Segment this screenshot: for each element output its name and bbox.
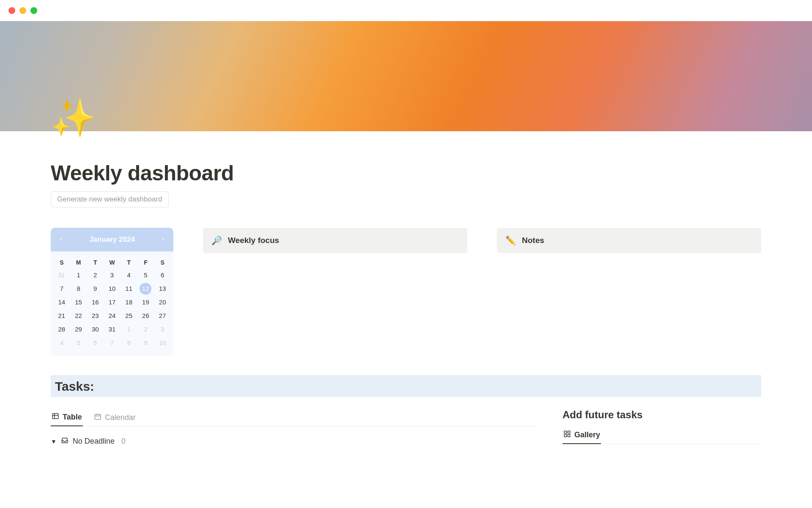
- calendar-day[interactable]: 20: [156, 296, 168, 308]
- tab-table[interactable]: Table: [51, 409, 83, 426]
- calendar-header: January 2024: [51, 228, 173, 251]
- calendar-day[interactable]: 4: [123, 269, 135, 281]
- svg-rect-9: [564, 435, 566, 437]
- calendar-month-label: January 2024: [89, 235, 135, 244]
- svg-rect-7: [564, 431, 566, 433]
- tab-gallery-label: Gallery: [574, 431, 600, 439]
- group-no-deadline[interactable]: ▼ No Deadline 0: [51, 426, 537, 446]
- svg-rect-8: [568, 431, 570, 433]
- calendar-day[interactable]: 31: [56, 269, 68, 281]
- calendar-day[interactable]: 8: [123, 337, 135, 349]
- calendar-day[interactable]: 30: [89, 323, 101, 335]
- calendar-day[interactable]: 5: [73, 337, 85, 349]
- future-tasks-panel: Add future tasks Gallery: [562, 409, 761, 446]
- calendar-day[interactable]: 11: [123, 283, 135, 295]
- calendar-day[interactable]: 4: [56, 337, 68, 349]
- calendar-day[interactable]: 16: [89, 296, 101, 308]
- calendar-day[interactable]: 31: [106, 323, 118, 335]
- tasks-view-tabs: Table Calendar: [51, 409, 537, 426]
- pencil-icon: ✏️: [505, 235, 516, 246]
- calendar-dow: T: [121, 256, 137, 268]
- gallery-icon: [563, 430, 571, 440]
- calendar-dow: S: [154, 256, 171, 268]
- calendar-day[interactable]: 10: [156, 337, 168, 349]
- calendar-day[interactable]: 6: [156, 269, 168, 281]
- calendar-dow: M: [70, 256, 87, 268]
- generate-dashboard-button[interactable]: Generate new weekly dashboard: [51, 191, 169, 207]
- calendar-day[interactable]: 19: [140, 296, 151, 308]
- calendar-dow: W: [104, 256, 121, 268]
- svg-rect-0: [52, 414, 58, 419]
- calendar-day[interactable]: 2: [89, 269, 101, 281]
- svg-rect-10: [568, 435, 570, 437]
- future-tasks-heading[interactable]: Add future tasks: [562, 409, 761, 421]
- calendar-prev-button[interactable]: [54, 234, 68, 246]
- calendar-day[interactable]: 24: [106, 310, 118, 322]
- tasks-database: Table Calendar ▼ No Deadline 0: [51, 409, 537, 446]
- calendar-day[interactable]: 12: [140, 283, 151, 295]
- calendar-day[interactable]: 5: [140, 269, 151, 281]
- calendar-day[interactable]: 7: [106, 337, 118, 349]
- future-view-tabs: Gallery: [562, 427, 761, 444]
- group-count: 0: [121, 437, 126, 446]
- calendar-day[interactable]: 26: [140, 310, 151, 322]
- window-zoom-button[interactable]: [30, 7, 37, 14]
- notes-callout[interactable]: ✏️ Notes: [497, 228, 761, 253]
- calendar-dow: S: [53, 256, 70, 268]
- page-icon[interactable]: ✨: [51, 99, 96, 136]
- tab-gallery[interactable]: Gallery: [562, 427, 601, 444]
- tab-table-label: Table: [63, 413, 82, 422]
- calendar-icon: [94, 413, 102, 422]
- calendar-dow: T: [87, 256, 104, 268]
- calendar-day[interactable]: 10: [106, 283, 118, 295]
- calendar-day[interactable]: 22: [73, 310, 85, 322]
- calendar-day[interactable]: 2: [140, 323, 151, 335]
- page-title[interactable]: Weekly dashboard: [51, 131, 761, 185]
- tab-calendar[interactable]: Calendar: [93, 409, 137, 426]
- notes-label: Notes: [522, 236, 544, 245]
- calendar-day[interactable]: 29: [73, 323, 85, 335]
- group-toggle-icon[interactable]: ▼: [51, 438, 57, 445]
- calendar-day[interactable]: 15: [73, 296, 85, 308]
- tasks-heading: Tasks:: [55, 379, 757, 394]
- calendar-grid: SMTWTFS311234567891011121314151617181920…: [51, 251, 173, 356]
- svg-rect-3: [95, 414, 101, 419]
- calendar-day[interactable]: 3: [156, 323, 168, 335]
- calendar-day[interactable]: 13: [156, 283, 168, 295]
- calendar-day[interactable]: 1: [123, 323, 135, 335]
- calendar-day[interactable]: 18: [123, 296, 135, 308]
- calendar-day[interactable]: 23: [89, 310, 101, 322]
- calendar-day[interactable]: 17: [106, 296, 118, 308]
- window-minimize-button[interactable]: [19, 7, 26, 14]
- page-cover[interactable]: [0, 21, 812, 131]
- calendar-day[interactable]: 3: [106, 269, 118, 281]
- mini-calendar: January 2024 SMTWTFS31123456789101112131…: [51, 228, 173, 356]
- weekly-focus-callout[interactable]: 🔎 Weekly focus: [203, 228, 467, 253]
- group-name: No Deadline: [73, 437, 115, 446]
- calendar-day[interactable]: 7: [56, 283, 68, 295]
- calendar-day[interactable]: 9: [89, 283, 101, 295]
- weekly-focus-label: Weekly focus: [228, 236, 279, 245]
- calendar-day[interactable]: 25: [123, 310, 135, 322]
- magnifier-icon: 🔎: [211, 235, 222, 246]
- tasks-heading-block[interactable]: Tasks:: [51, 375, 761, 397]
- calendar-day[interactable]: 14: [56, 296, 68, 308]
- calendar-day[interactable]: 28: [56, 323, 68, 335]
- window-close-button[interactable]: [8, 7, 15, 14]
- calendar-day[interactable]: 21: [56, 310, 68, 322]
- calendar-day[interactable]: 1: [73, 269, 85, 281]
- calendar-day[interactable]: 9: [140, 337, 151, 349]
- inbox-icon: [61, 436, 69, 446]
- table-icon: [52, 412, 59, 422]
- window-titlebar: [0, 0, 812, 21]
- calendar-day[interactable]: 27: [156, 310, 168, 322]
- tab-calendar-label: Calendar: [105, 413, 136, 422]
- calendar-next-button[interactable]: [156, 234, 170, 246]
- calendar-dow: F: [137, 256, 154, 268]
- calendar-day[interactable]: 6: [89, 337, 101, 349]
- calendar-day[interactable]: 8: [73, 283, 85, 295]
